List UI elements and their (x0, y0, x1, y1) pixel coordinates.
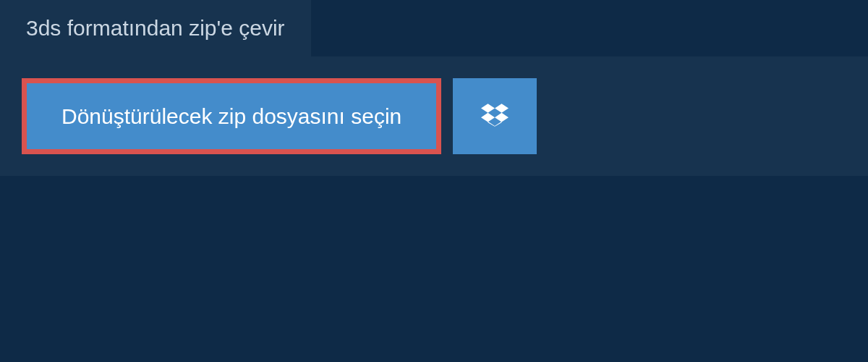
dropbox-icon (481, 101, 509, 132)
choose-file-button[interactable]: Dönüştürülecek zip dosyasını seçin (22, 78, 441, 154)
choose-file-label: Dönüştürülecek zip dosyasını seçin (61, 102, 401, 130)
dropbox-button[interactable] (453, 78, 537, 154)
tab-converter[interactable]: 3ds formatından zip'e çevir (0, 0, 311, 56)
tab-label: 3ds formatından zip'e çevir (26, 16, 285, 40)
upload-panel: Dönüştürülecek zip dosyasını seçin (0, 56, 868, 176)
